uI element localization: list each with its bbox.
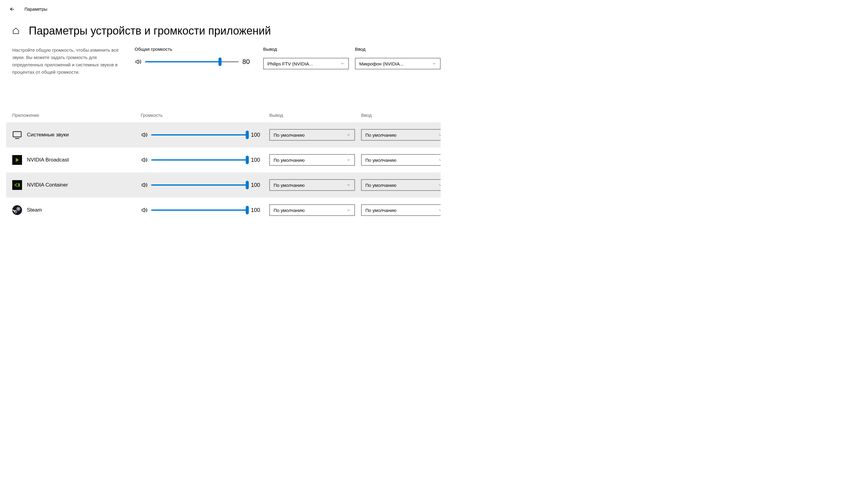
master-volume-label: Общая громкость bbox=[134, 47, 257, 52]
master-output-group: Вывод Philips FTV (NVIDIA... bbox=[263, 47, 349, 69]
app-icon bbox=[12, 205, 22, 215]
app-output-dropdown[interactable]: По умолчанию bbox=[269, 204, 355, 216]
table-header: Приложение Громкость Вывод Ввод bbox=[12, 113, 428, 122]
app-output-dropdown[interactable]: По умолчанию bbox=[269, 154, 355, 166]
app-volume-value: 100 bbox=[251, 157, 263, 163]
dropdown-text: По умолчанию bbox=[365, 208, 396, 213]
master-volume-slider[interactable] bbox=[145, 61, 239, 62]
app-output-dropdown[interactable]: По умолчанию bbox=[269, 129, 355, 141]
app-icon bbox=[12, 180, 22, 190]
master-input-label: Ввод bbox=[355, 47, 441, 52]
app-name-cell: NVIDIA Container bbox=[12, 180, 134, 190]
chevron-down-icon bbox=[346, 183, 351, 187]
dropdown-text: По умолчанию bbox=[273, 208, 304, 213]
app-volume-slider[interactable] bbox=[151, 159, 247, 161]
dropdown-text: Микрофон (NVIDIA... bbox=[359, 61, 403, 66]
app-volume-control: 100 bbox=[141, 157, 263, 163]
speaker-icon[interactable] bbox=[141, 157, 147, 163]
app-name: NVIDIA Broadcast bbox=[27, 157, 69, 163]
chevron-down-icon bbox=[432, 62, 436, 66]
app-volume-value: 100 bbox=[251, 207, 263, 213]
app-icon bbox=[12, 155, 22, 165]
app-output-dropdown[interactable]: По умолчанию bbox=[269, 179, 355, 191]
dropdown-text: По умолчанию bbox=[365, 183, 396, 188]
app-name: Системные звуки bbox=[27, 132, 69, 138]
chevron-down-icon bbox=[438, 133, 441, 137]
app-input-dropdown[interactable]: По умолчанию bbox=[361, 179, 441, 191]
back-button[interactable] bbox=[9, 6, 15, 12]
topbar: Параметры bbox=[0, 6, 441, 18]
master-output-dropdown[interactable]: Philips FTV (NVIDIA... bbox=[263, 58, 349, 69]
app-input-dropdown[interactable]: По умолчанию bbox=[361, 129, 441, 141]
page-title: Параметры устройств и громкости приложен… bbox=[29, 25, 271, 37]
app-input-dropdown[interactable]: По умолчанию bbox=[361, 154, 441, 166]
master-volume-group: Общая громкость 80 bbox=[134, 47, 257, 66]
col-app: Приложение bbox=[12, 113, 134, 118]
master-volume-control: 80 bbox=[134, 58, 257, 66]
col-input: Ввод bbox=[361, 113, 441, 118]
chevron-down-icon bbox=[438, 158, 441, 162]
master-input-dropdown[interactable]: Микрофон (NVIDIA... bbox=[355, 58, 441, 69]
header: Параметры устройств и громкости приложен… bbox=[0, 18, 441, 47]
dropdown-text: По умолчанию bbox=[273, 132, 304, 137]
description: Настройте общую громкость, чтобы изменит… bbox=[12, 47, 128, 76]
chevron-down-icon bbox=[346, 133, 351, 137]
svg-rect-0 bbox=[13, 131, 21, 137]
app-volume-slider[interactable] bbox=[151, 210, 247, 211]
svg-point-3 bbox=[18, 208, 19, 210]
chevron-down-icon bbox=[346, 158, 351, 162]
app-volume-control: 100 bbox=[141, 207, 263, 213]
master-row: Настройте общую громкость, чтобы изменит… bbox=[12, 47, 428, 76]
dropdown-text: Philips FTV (NVIDIA... bbox=[267, 61, 313, 66]
app-rows: Системные звуки100По умолчаниюПо умолчан… bbox=[6, 122, 441, 223]
app-volume-value: 100 bbox=[251, 182, 263, 189]
chevron-down-icon bbox=[346, 208, 351, 212]
col-volume: Громкость bbox=[141, 113, 263, 118]
speaker-icon[interactable] bbox=[141, 131, 147, 138]
dropdown-text: По умолчанию bbox=[365, 158, 396, 163]
col-output: Вывод bbox=[269, 113, 355, 118]
app-name-cell: NVIDIA Broadcast bbox=[12, 155, 134, 165]
app-volume-slider[interactable] bbox=[151, 134, 247, 135]
app-row: Steam100По умолчаниюПо умолчанию bbox=[6, 198, 441, 223]
app-icon bbox=[12, 130, 22, 140]
content: Настройте общую громкость, чтобы изменит… bbox=[0, 47, 441, 223]
window-title: Параметры bbox=[25, 7, 47, 12]
app-row: NVIDIA Container100По умолчаниюПо умолча… bbox=[6, 173, 441, 198]
app-volume-value: 100 bbox=[251, 132, 263, 138]
app-row: Системные звуки100По умолчаниюПо умолчан… bbox=[6, 122, 441, 147]
chevron-down-icon bbox=[438, 183, 441, 187]
app-volume-slider[interactable] bbox=[151, 184, 247, 185]
app-volume-control: 100 bbox=[141, 131, 263, 138]
master-volume-value: 80 bbox=[242, 58, 257, 66]
speaker-icon[interactable] bbox=[141, 207, 147, 213]
app-input-dropdown[interactable]: По умолчанию bbox=[361, 204, 441, 216]
app-name-cell: Системные звуки bbox=[12, 130, 134, 140]
dropdown-text: По умолчанию bbox=[273, 158, 304, 163]
home-button[interactable] bbox=[12, 27, 20, 35]
master-output-label: Вывод bbox=[263, 47, 349, 52]
dropdown-text: По умолчанию bbox=[365, 132, 396, 137]
master-input-group: Ввод Микрофон (NVIDIA... bbox=[355, 47, 441, 69]
app-name: Steam bbox=[27, 207, 42, 213]
speaker-icon[interactable] bbox=[134, 59, 141, 65]
app-row: NVIDIA Broadcast100По умолчаниюПо умолча… bbox=[6, 147, 441, 173]
chevron-down-icon bbox=[340, 62, 345, 66]
app-name-cell: Steam bbox=[12, 205, 134, 215]
app-name: NVIDIA Container bbox=[27, 182, 68, 188]
chevron-down-icon bbox=[438, 208, 441, 212]
app-volume-control: 100 bbox=[141, 182, 263, 189]
speaker-icon[interactable] bbox=[141, 182, 147, 189]
dropdown-text: По умолчанию bbox=[273, 183, 304, 188]
